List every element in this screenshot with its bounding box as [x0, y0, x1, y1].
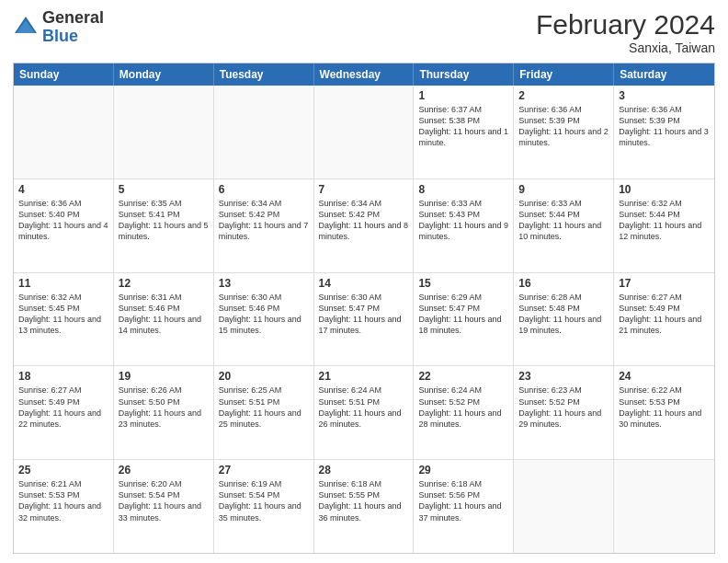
calendar-cell-day-21: 21Sunrise: 6:24 AM Sunset: 5:51 PM Dayli… — [314, 366, 415, 459]
calendar-cell-day-13: 13Sunrise: 6:30 AM Sunset: 5:46 PM Dayli… — [214, 273, 314, 366]
header-day-tuesday: Tuesday — [214, 63, 314, 86]
calendar-cell-day-22: 22Sunrise: 6:24 AM Sunset: 5:52 PM Dayli… — [414, 366, 514, 459]
header-day-wednesday: Wednesday — [314, 63, 415, 86]
day-info: Sunrise: 6:31 AM Sunset: 5:46 PM Dayligh… — [119, 292, 209, 337]
calendar-cell-empty — [614, 460, 714, 553]
day-info: Sunrise: 6:24 AM Sunset: 5:52 PM Dayligh… — [418, 385, 508, 430]
logo-blue-text: Blue — [42, 28, 104, 46]
day-info: Sunrise: 6:21 AM Sunset: 5:53 PM Dayligh… — [18, 478, 108, 523]
header-day-monday: Monday — [114, 63, 214, 86]
calendar-cell-day-20: 20Sunrise: 6:25 AM Sunset: 5:51 PM Dayli… — [214, 366, 314, 459]
calendar-row-5: 25Sunrise: 6:21 AM Sunset: 5:53 PM Dayli… — [14, 460, 714, 553]
day-info: Sunrise: 6:27 AM Sunset: 5:49 PM Dayligh… — [619, 292, 710, 337]
calendar-cell-empty — [514, 460, 614, 553]
day-number: 20 — [219, 370, 309, 383]
logo-text: General Blue — [42, 9, 104, 46]
day-number: 9 — [518, 183, 609, 196]
calendar-cell-day-6: 6Sunrise: 6:34 AM Sunset: 5:42 PM Daylig… — [214, 179, 314, 272]
calendar-cell-day-16: 16Sunrise: 6:28 AM Sunset: 5:48 PM Dayli… — [514, 273, 614, 366]
header-day-saturday: Saturday — [614, 63, 714, 86]
calendar-cell-empty — [314, 86, 415, 178]
calendar-cell-day-10: 10Sunrise: 6:32 AM Sunset: 5:44 PM Dayli… — [614, 179, 714, 272]
day-info: Sunrise: 6:29 AM Sunset: 5:47 PM Dayligh… — [418, 292, 508, 337]
calendar-cell-empty — [114, 86, 214, 178]
subtitle: Sanxia, Taiwan — [536, 40, 715, 55]
calendar-cell-day-26: 26Sunrise: 6:20 AM Sunset: 5:54 PM Dayli… — [114, 460, 214, 553]
day-number: 23 — [518, 370, 609, 383]
day-number: 21 — [319, 370, 409, 383]
day-number: 14 — [319, 277, 409, 290]
day-number: 4 — [18, 183, 108, 196]
day-info: Sunrise: 6:36 AM Sunset: 5:40 PM Dayligh… — [18, 198, 108, 243]
calendar-cell-day-2: 2Sunrise: 6:36 AM Sunset: 5:39 PM Daylig… — [514, 86, 614, 178]
day-number: 1 — [418, 89, 508, 102]
page: General Blue February 2024 Sanxia, Taiwa… — [0, 0, 728, 563]
day-number: 10 — [619, 183, 710, 196]
calendar-cell-day-9: 9Sunrise: 6:33 AM Sunset: 5:44 PM Daylig… — [514, 179, 614, 272]
header: General Blue February 2024 Sanxia, Taiwa… — [13, 9, 715, 55]
day-info: Sunrise: 6:18 AM Sunset: 5:56 PM Dayligh… — [418, 478, 508, 523]
calendar-row-4: 18Sunrise: 6:27 AM Sunset: 5:49 PM Dayli… — [14, 366, 714, 460]
calendar-cell-day-28: 28Sunrise: 6:18 AM Sunset: 5:55 PM Dayli… — [314, 460, 415, 553]
logo-general-text: General — [42, 9, 104, 28]
calendar-cell-empty — [214, 86, 314, 178]
calendar-cell-day-4: 4Sunrise: 6:36 AM Sunset: 5:40 PM Daylig… — [14, 179, 114, 272]
calendar-cell-day-5: 5Sunrise: 6:35 AM Sunset: 5:41 PM Daylig… — [114, 179, 214, 272]
day-info: Sunrise: 6:20 AM Sunset: 5:54 PM Dayligh… — [119, 478, 209, 523]
calendar-cell-day-25: 25Sunrise: 6:21 AM Sunset: 5:53 PM Dayli… — [14, 460, 114, 553]
month-title: February 2024 — [536, 9, 715, 40]
day-number: 29 — [418, 464, 508, 477]
day-info: Sunrise: 6:33 AM Sunset: 5:44 PM Dayligh… — [518, 198, 609, 243]
header-day-sunday: Sunday — [14, 63, 114, 86]
calendar-cell-day-3: 3Sunrise: 6:36 AM Sunset: 5:39 PM Daylig… — [614, 86, 714, 178]
day-info: Sunrise: 6:18 AM Sunset: 5:55 PM Dayligh… — [319, 478, 409, 523]
day-number: 28 — [319, 464, 409, 477]
day-info: Sunrise: 6:32 AM Sunset: 5:45 PM Dayligh… — [18, 292, 108, 337]
day-info: Sunrise: 6:23 AM Sunset: 5:52 PM Dayligh… — [518, 385, 609, 430]
calendar-header: SundayMondayTuesdayWednesdayThursdayFrid… — [14, 63, 714, 86]
day-number: 18 — [18, 370, 108, 383]
day-info: Sunrise: 6:32 AM Sunset: 5:44 PM Dayligh… — [619, 198, 710, 243]
day-info: Sunrise: 6:36 AM Sunset: 5:39 PM Dayligh… — [518, 104, 609, 149]
calendar-cell-day-23: 23Sunrise: 6:23 AM Sunset: 5:52 PM Dayli… — [514, 366, 614, 459]
calendar-cell-day-24: 24Sunrise: 6:22 AM Sunset: 5:53 PM Dayli… — [614, 366, 714, 459]
calendar-cell-day-12: 12Sunrise: 6:31 AM Sunset: 5:46 PM Dayli… — [114, 273, 214, 366]
day-number: 17 — [619, 277, 710, 290]
day-number: 24 — [619, 370, 710, 383]
day-info: Sunrise: 6:37 AM Sunset: 5:38 PM Dayligh… — [418, 104, 508, 149]
day-number: 2 — [518, 89, 609, 102]
day-number: 12 — [119, 277, 209, 290]
calendar-cell-day-27: 27Sunrise: 6:19 AM Sunset: 5:54 PM Dayli… — [214, 460, 314, 553]
day-info: Sunrise: 6:33 AM Sunset: 5:43 PM Dayligh… — [418, 198, 508, 243]
calendar-cell-day-11: 11Sunrise: 6:32 AM Sunset: 5:45 PM Dayli… — [14, 273, 114, 366]
day-number: 6 — [219, 183, 309, 196]
logo-icon — [13, 15, 39, 40]
calendar-body: 1Sunrise: 6:37 AM Sunset: 5:38 PM Daylig… — [14, 86, 714, 553]
day-info: Sunrise: 6:30 AM Sunset: 5:46 PM Dayligh… — [219, 292, 309, 337]
day-number: 8 — [418, 183, 508, 196]
day-info: Sunrise: 6:19 AM Sunset: 5:54 PM Dayligh… — [219, 478, 309, 523]
day-info: Sunrise: 6:36 AM Sunset: 5:39 PM Dayligh… — [619, 104, 710, 149]
day-info: Sunrise: 6:35 AM Sunset: 5:41 PM Dayligh… — [119, 198, 209, 243]
day-number: 11 — [18, 277, 108, 290]
day-number: 3 — [619, 89, 710, 102]
calendar-cell-day-8: 8Sunrise: 6:33 AM Sunset: 5:43 PM Daylig… — [414, 179, 514, 272]
day-info: Sunrise: 6:28 AM Sunset: 5:48 PM Dayligh… — [518, 292, 609, 337]
calendar-row-3: 11Sunrise: 6:32 AM Sunset: 5:45 PM Dayli… — [14, 273, 714, 367]
day-number: 26 — [119, 464, 209, 477]
day-number: 7 — [319, 183, 409, 196]
day-number: 13 — [219, 277, 309, 290]
day-number: 15 — [418, 277, 508, 290]
day-info: Sunrise: 6:26 AM Sunset: 5:50 PM Dayligh… — [119, 385, 209, 430]
calendar-cell-day-29: 29Sunrise: 6:18 AM Sunset: 5:56 PM Dayli… — [414, 460, 514, 553]
day-info: Sunrise: 6:34 AM Sunset: 5:42 PM Dayligh… — [219, 198, 309, 243]
calendar: SundayMondayTuesdayWednesdayThursdayFrid… — [13, 63, 715, 554]
header-day-thursday: Thursday — [414, 63, 514, 86]
title-block: February 2024 Sanxia, Taiwan — [536, 9, 715, 55]
calendar-cell-day-19: 19Sunrise: 6:26 AM Sunset: 5:50 PM Dayli… — [114, 366, 214, 459]
logo: General Blue — [13, 9, 104, 46]
calendar-cell-day-15: 15Sunrise: 6:29 AM Sunset: 5:47 PM Dayli… — [414, 273, 514, 366]
day-number: 19 — [119, 370, 209, 383]
calendar-cell-empty — [14, 86, 114, 178]
day-info: Sunrise: 6:27 AM Sunset: 5:49 PM Dayligh… — [18, 385, 108, 430]
